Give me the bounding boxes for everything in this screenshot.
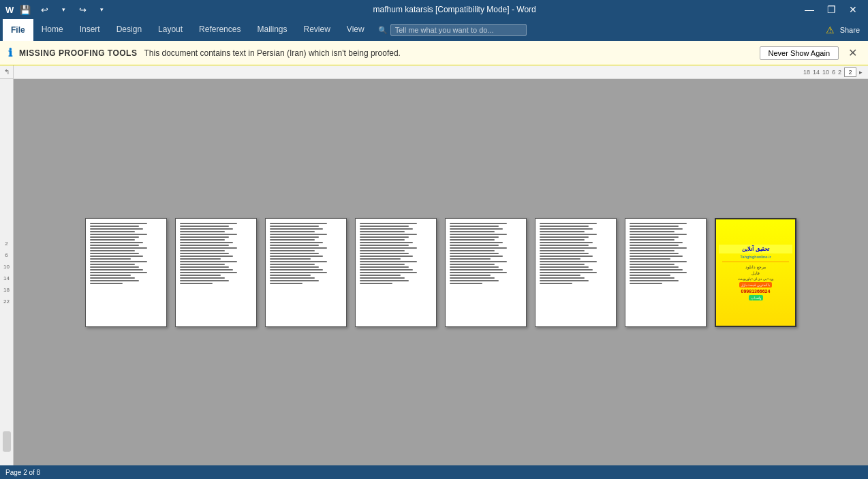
- text-line: [450, 247, 507, 249]
- text-line: [270, 256, 323, 257]
- text-line: [90, 275, 131, 276]
- page-thumb-8[interactable]: تحقیق آنلاین Tahghighonline.ir مرجع دانل…: [715, 218, 796, 327]
- text-line: [180, 226, 229, 227]
- quick-access-undo-dropdown[interactable]: ▾: [56, 2, 71, 17]
- text-line: [90, 236, 139, 238]
- quick-access-undo[interactable]: ↩: [37, 2, 52, 17]
- page-content-2: [176, 219, 256, 288]
- text-line: [90, 223, 147, 224]
- text-line: [540, 239, 585, 241]
- text-line: [630, 239, 675, 241]
- text-line: [450, 261, 507, 262]
- warning-icon: ⚠: [826, 25, 835, 35]
- text-line: [360, 269, 413, 271]
- tab-design[interactable]: Design: [108, 19, 150, 41]
- text-line: [450, 242, 503, 243]
- text-line: [360, 231, 405, 232]
- left-ruler: 2 6 10 14 18 22: [0, 79, 14, 465]
- page-thumb-1[interactable]: [85, 218, 167, 327]
- tab-references[interactable]: References: [191, 19, 249, 41]
- text-line: [630, 277, 675, 279]
- page-thumb-7[interactable]: [625, 218, 707, 327]
- text-line: [270, 266, 319, 268]
- tab-home[interactable]: Home: [33, 19, 72, 41]
- page-thumb-3[interactable]: [265, 218, 347, 327]
- word-icon: W: [5, 5, 14, 15]
- left-scrollbar-thumb[interactable]: [3, 431, 11, 452]
- text-line: [90, 253, 139, 254]
- v-ruler-6: 6: [5, 252, 7, 258]
- share-button[interactable]: Share: [840, 26, 860, 34]
- text-line: [90, 245, 139, 246]
- text-line: [540, 264, 585, 265]
- restore-button[interactable]: ❐: [822, 3, 841, 16]
- quick-access-redo[interactable]: ↪: [75, 2, 90, 17]
- text-line: [540, 236, 589, 238]
- quick-access-save[interactable]: 💾: [18, 2, 33, 17]
- text-line: [450, 236, 499, 238]
- page-thumb-6[interactable]: [535, 218, 617, 327]
- ruler-num-14: 14: [813, 69, 820, 76]
- text-line: [270, 250, 315, 251]
- text-line: [180, 223, 237, 224]
- text-line: [90, 250, 135, 251]
- text-line: [180, 245, 229, 246]
- v-ruler-10: 10: [3, 264, 10, 270]
- corner-button[interactable]: ↰: [0, 65, 14, 79]
- text-line: [180, 258, 221, 260]
- text-line: [630, 275, 670, 276]
- ribbon-search-area: 🔍: [373, 24, 826, 36]
- text-line: [90, 247, 147, 249]
- title-bar: W 💾 ↩ ▾ ↪ ▾ mafhum katarsis [Compatibili…: [0, 0, 868, 19]
- ribbon-search-input[interactable]: [390, 24, 527, 36]
- tab-mailings[interactable]: Mailings: [249, 19, 295, 41]
- text-line: [270, 264, 315, 265]
- text-line: [360, 280, 409, 281]
- text-line: [270, 261, 327, 262]
- page-thumb-2[interactable]: [175, 218, 257, 327]
- title-bar-controls: — ❐ ✕: [800, 3, 863, 16]
- tab-file[interactable]: File: [3, 19, 33, 41]
- v-ruler-14: 14: [3, 275, 10, 281]
- text-line: [180, 280, 229, 281]
- text-line: [90, 269, 143, 271]
- minimize-button[interactable]: —: [800, 3, 819, 16]
- text-line: [180, 228, 233, 230]
- ruler-num-18: 18: [803, 69, 810, 76]
- never-show-again-button[interactable]: Never Show Again: [760, 46, 839, 60]
- ruler-box-right: 2: [844, 67, 856, 77]
- notification-close-button[interactable]: ✕: [846, 46, 860, 59]
- text-line: [360, 236, 409, 238]
- page-content-6: [536, 219, 616, 288]
- ruler-num-2: 2: [838, 69, 841, 76]
- text-line: [450, 256, 503, 257]
- text-line: [630, 234, 687, 235]
- text-line: [630, 231, 675, 232]
- quick-access-customize[interactable]: ▾: [94, 2, 109, 17]
- tab-insert[interactable]: Insert: [72, 19, 108, 41]
- ad-divider: [722, 261, 788, 262]
- text-line: [540, 231, 585, 232]
- text-line: [270, 236, 319, 238]
- text-line: [450, 280, 499, 281]
- text-line: [270, 223, 327, 224]
- page-area[interactable]: تحقیق آنلاین Tahghighonline.ir مرجع دانل…: [14, 79, 868, 465]
- text-line: [360, 250, 405, 251]
- page-thumb-5[interactable]: [445, 218, 527, 327]
- ribbon: File Home Insert Design Layout Reference…: [0, 19, 868, 41]
- text-line: [360, 245, 409, 246]
- text-line: [540, 228, 593, 230]
- page-thumb-4[interactable]: [355, 218, 437, 327]
- text-line: [90, 283, 123, 284]
- text-line: [360, 223, 417, 224]
- text-line: [540, 253, 589, 254]
- tab-view[interactable]: View: [339, 19, 373, 41]
- text-line: [180, 231, 225, 232]
- ad-whatsapp: واتساپ: [749, 295, 763, 300]
- tab-layout[interactable]: Layout: [150, 19, 191, 41]
- tab-review[interactable]: Review: [295, 19, 338, 41]
- text-line: [450, 275, 491, 276]
- text-line: [450, 272, 507, 273]
- text-line: [180, 272, 237, 273]
- close-button[interactable]: ✕: [843, 3, 863, 16]
